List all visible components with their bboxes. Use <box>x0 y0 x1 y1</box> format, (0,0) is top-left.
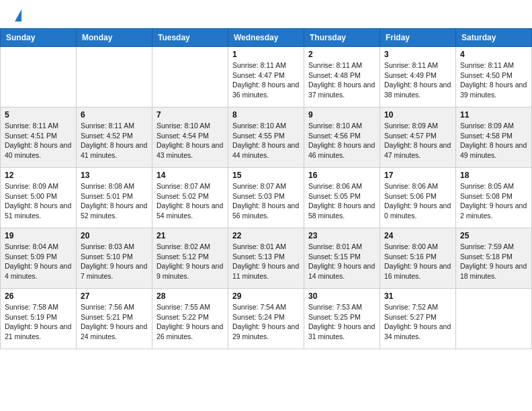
day-header-friday: Friday <box>380 29 456 47</box>
calendar-cell: 12Sunrise: 8:09 AM Sunset: 5:00 PM Dayli… <box>1 168 77 228</box>
day-number: 20 <box>81 231 148 240</box>
calendar-cell: 11Sunrise: 8:09 AM Sunset: 4:58 PM Dayli… <box>456 107 532 168</box>
day-info: Sunrise: 8:06 AM Sunset: 5:05 PM Dayligh… <box>308 181 375 221</box>
calendar-cell: 9Sunrise: 8:10 AM Sunset: 4:56 PM Daylig… <box>304 107 380 168</box>
day-info: Sunrise: 8:11 AM Sunset: 4:48 PM Dayligh… <box>308 60 375 100</box>
calendar-cell: 31Sunrise: 7:52 AM Sunset: 5:27 PM Dayli… <box>380 289 456 349</box>
calendar-cell: 27Sunrise: 7:56 AM Sunset: 5:21 PM Dayli… <box>77 289 152 349</box>
day-info: Sunrise: 8:03 AM Sunset: 5:10 PM Dayligh… <box>81 242 148 281</box>
day-number: 1 <box>232 50 300 59</box>
day-info: Sunrise: 8:07 AM Sunset: 5:03 PM Dayligh… <box>232 181 300 221</box>
day-info: Sunrise: 7:59 AM Sunset: 5:18 PM Dayligh… <box>460 242 527 281</box>
day-info: Sunrise: 8:06 AM Sunset: 5:06 PM Dayligh… <box>384 181 451 221</box>
day-info: Sunrise: 8:01 AM Sunset: 5:15 PM Dayligh… <box>308 242 375 281</box>
day-info: Sunrise: 8:02 AM Sunset: 5:12 PM Dayligh… <box>157 242 224 281</box>
day-number: 4 <box>460 50 527 59</box>
day-info: Sunrise: 8:11 AM Sunset: 4:49 PM Dayligh… <box>384 60 451 100</box>
calendar-cell: 5Sunrise: 8:11 AM Sunset: 4:51 PM Daylig… <box>1 107 77 168</box>
week-row-4: 19Sunrise: 8:04 AM Sunset: 5:09 PM Dayli… <box>1 228 532 289</box>
day-number: 3 <box>384 50 451 59</box>
day-header-tuesday: Tuesday <box>152 29 228 47</box>
day-header-saturday: Saturday <box>456 29 532 47</box>
calendar-cell: 28Sunrise: 7:55 AM Sunset: 5:22 PM Dayli… <box>152 289 228 349</box>
week-row-2: 5Sunrise: 8:11 AM Sunset: 4:51 PM Daylig… <box>1 107 532 168</box>
calendar-cell: 29Sunrise: 7:54 AM Sunset: 5:24 PM Dayli… <box>228 289 304 349</box>
day-info: Sunrise: 8:07 AM Sunset: 5:02 PM Dayligh… <box>157 181 224 221</box>
day-info: Sunrise: 8:09 AM Sunset: 5:00 PM Dayligh… <box>5 181 72 221</box>
day-info: Sunrise: 8:04 AM Sunset: 5:09 PM Dayligh… <box>5 242 72 281</box>
day-number: 29 <box>232 291 300 301</box>
day-number: 6 <box>81 110 148 120</box>
day-info: Sunrise: 8:09 AM Sunset: 4:58 PM Dayligh… <box>460 121 527 161</box>
calendar-cell: 24Sunrise: 8:00 AM Sunset: 5:16 PM Dayli… <box>380 228 456 289</box>
day-info: Sunrise: 8:10 AM Sunset: 4:54 PM Dayligh… <box>157 121 224 161</box>
day-number: 21 <box>157 231 224 240</box>
day-number: 27 <box>81 291 148 301</box>
calendar-cell: 13Sunrise: 8:08 AM Sunset: 5:01 PM Dayli… <box>77 168 152 228</box>
day-number: 25 <box>460 231 527 240</box>
day-header-sunday: Sunday <box>1 29 77 47</box>
week-row-5: 26Sunrise: 7:58 AM Sunset: 5:19 PM Dayli… <box>1 289 532 349</box>
day-number: 23 <box>308 231 375 240</box>
day-number: 30 <box>308 291 375 301</box>
day-header-thursday: Thursday <box>304 29 380 47</box>
day-info: Sunrise: 8:09 AM Sunset: 4:57 PM Dayligh… <box>384 121 451 161</box>
calendar-cell: 17Sunrise: 8:06 AM Sunset: 5:06 PM Dayli… <box>380 168 456 228</box>
calendar-cell: 8Sunrise: 8:10 AM Sunset: 4:55 PM Daylig… <box>228 107 304 168</box>
day-info: Sunrise: 8:11 AM Sunset: 4:50 PM Dayligh… <box>460 60 527 100</box>
day-number: 24 <box>384 231 451 240</box>
day-info: Sunrise: 8:00 AM Sunset: 5:16 PM Dayligh… <box>384 242 451 281</box>
day-number: 2 <box>308 50 375 59</box>
day-info: Sunrise: 8:08 AM Sunset: 5:01 PM Dayligh… <box>81 181 148 221</box>
day-info: Sunrise: 7:58 AM Sunset: 5:19 PM Dayligh… <box>5 302 72 342</box>
day-info: Sunrise: 8:11 AM Sunset: 4:47 PM Dayligh… <box>232 60 300 100</box>
day-number: 5 <box>5 110 72 120</box>
calendar-header-row: SundayMondayTuesdayWednesdayThursdayFrid… <box>1 29 532 47</box>
day-info: Sunrise: 8:01 AM Sunset: 5:13 PM Dayligh… <box>232 242 300 281</box>
calendar-cell: 20Sunrise: 8:03 AM Sunset: 5:10 PM Dayli… <box>77 228 152 289</box>
calendar-cell: 26Sunrise: 7:58 AM Sunset: 5:19 PM Dayli… <box>1 289 77 349</box>
day-number: 17 <box>384 171 451 180</box>
day-number: 16 <box>308 171 375 180</box>
calendar-cell <box>152 47 228 107</box>
calendar-cell: 7Sunrise: 8:10 AM Sunset: 4:54 PM Daylig… <box>152 107 228 168</box>
calendar-cell: 6Sunrise: 8:11 AM Sunset: 4:52 PM Daylig… <box>77 107 152 168</box>
calendar-cell: 22Sunrise: 8:01 AM Sunset: 5:13 PM Dayli… <box>228 228 304 289</box>
day-number: 19 <box>5 231 72 240</box>
day-info: Sunrise: 8:11 AM Sunset: 4:51 PM Dayligh… <box>5 121 72 161</box>
day-number: 14 <box>157 171 224 180</box>
logo <box>13 9 21 23</box>
day-number: 26 <box>5 291 72 301</box>
calendar-cell: 21Sunrise: 8:02 AM Sunset: 5:12 PM Dayli… <box>152 228 228 289</box>
day-number: 10 <box>384 110 451 120</box>
day-number: 28 <box>157 291 224 301</box>
week-row-1: 1Sunrise: 8:11 AM Sunset: 4:47 PM Daylig… <box>1 47 532 107</box>
day-number: 12 <box>5 171 72 180</box>
week-row-3: 12Sunrise: 8:09 AM Sunset: 5:00 PM Dayli… <box>1 168 532 228</box>
day-info: Sunrise: 8:11 AM Sunset: 4:52 PM Dayligh… <box>81 121 148 161</box>
day-info: Sunrise: 8:10 AM Sunset: 4:55 PM Dayligh… <box>232 121 300 161</box>
calendar-cell: 15Sunrise: 8:07 AM Sunset: 5:03 PM Dayli… <box>228 168 304 228</box>
calendar-cell: 2Sunrise: 8:11 AM Sunset: 4:48 PM Daylig… <box>304 47 380 107</box>
day-number: 15 <box>232 171 300 180</box>
calendar-table: SundayMondayTuesdayWednesdayThursdayFrid… <box>0 28 532 349</box>
calendar-cell: 10Sunrise: 8:09 AM Sunset: 4:57 PM Dayli… <box>380 107 456 168</box>
day-info: Sunrise: 8:05 AM Sunset: 5:08 PM Dayligh… <box>460 181 527 221</box>
day-number: 9 <box>308 110 375 120</box>
day-number: 18 <box>460 171 527 180</box>
day-info: Sunrise: 7:55 AM Sunset: 5:22 PM Dayligh… <box>157 302 224 342</box>
day-header-wednesday: Wednesday <box>228 29 304 47</box>
calendar-cell: 25Sunrise: 7:59 AM Sunset: 5:18 PM Dayli… <box>456 228 532 289</box>
day-info: Sunrise: 8:10 AM Sunset: 4:56 PM Dayligh… <box>308 121 375 161</box>
page: SundayMondayTuesdayWednesdayThursdayFrid… <box>0 0 532 349</box>
calendar-cell: 1Sunrise: 8:11 AM Sunset: 4:47 PM Daylig… <box>228 47 304 107</box>
calendar-cell <box>456 289 532 349</box>
day-info: Sunrise: 7:54 AM Sunset: 5:24 PM Dayligh… <box>232 302 300 342</box>
day-number: 13 <box>81 171 148 180</box>
day-number: 31 <box>384 291 451 301</box>
logo-text <box>13 9 21 23</box>
calendar-cell: 4Sunrise: 8:11 AM Sunset: 4:50 PM Daylig… <box>456 47 532 107</box>
header <box>0 0 532 28</box>
day-info: Sunrise: 7:52 AM Sunset: 5:27 PM Dayligh… <box>384 302 451 342</box>
day-number: 22 <box>232 231 300 240</box>
